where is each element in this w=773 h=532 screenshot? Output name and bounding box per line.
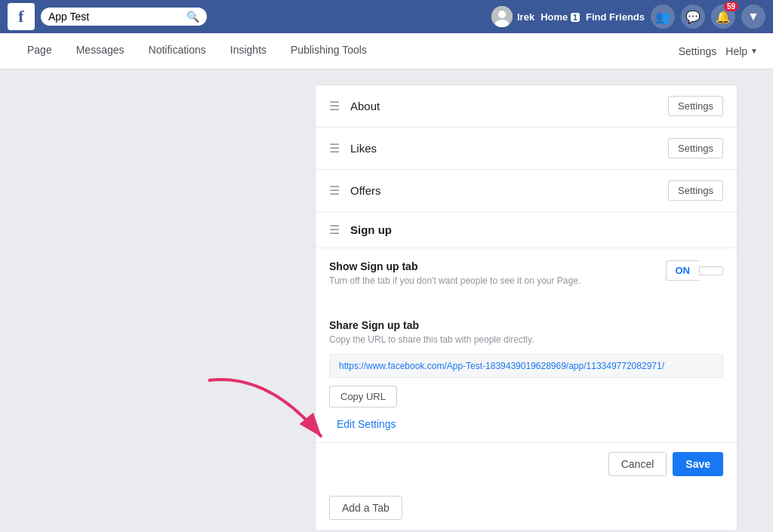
find-friends-link[interactable]: Find Friends: [586, 11, 645, 23]
messenger-icon: 💬: [685, 10, 701, 24]
notification-badge: 59: [724, 2, 738, 11]
search-icon: 🔍: [186, 11, 199, 23]
drag-handle-offers[interactable]: ☰: [329, 183, 340, 198]
notifications-icon-btn[interactable]: 🔔 59: [711, 5, 735, 29]
nav-user[interactable]: Irek: [491, 6, 534, 27]
nav-insights[interactable]: Insights: [218, 33, 279, 69]
share-section: Share Sign up tab Copy the URL to share …: [316, 307, 737, 442]
top-navbar: f 🔍 Irek Home 1 Find Friends 👥 💬: [0, 0, 773, 33]
show-signup-option: Show Sign up tab Turn off the tab if you…: [329, 260, 723, 286]
edit-settings-area: Edit Settings: [329, 418, 723, 430]
tab-row-offers: ☰ Offers Settings: [316, 170, 737, 212]
search-input[interactable]: [48, 11, 183, 23]
tabs-panel: ☰ About Settings ☰ Likes Settings ☰ Offe…: [315, 85, 738, 531]
settings-nav-btn[interactable]: Settings: [679, 45, 717, 57]
drag-handle-likes[interactable]: ☰: [329, 141, 340, 155]
page-nav-right: Settings Help ▼: [679, 45, 758, 57]
show-signup-title: Show Sign up tab: [329, 260, 581, 272]
add-tab-btn[interactable]: Add a Tab: [329, 496, 402, 520]
drag-handle-about[interactable]: ☰: [329, 99, 340, 113]
tab-row-likes: ☰ Likes Settings: [316, 128, 737, 170]
nav-page[interactable]: Page: [15, 33, 64, 69]
main-content: ☰ About Settings ☰ Likes Settings ☰ Offe…: [0, 69, 773, 532]
edit-settings-link[interactable]: Edit Settings: [337, 418, 396, 430]
drag-handle-signup[interactable]: ☰: [329, 223, 340, 237]
people-icon: 👥: [655, 10, 670, 24]
toggle-on-btn[interactable]: ON: [666, 260, 700, 281]
nav-notifications[interactable]: Notifications: [137, 33, 218, 69]
copy-url-btn[interactable]: Copy URL: [329, 386, 397, 407]
tab-likes-label: Likes: [350, 142, 377, 155]
page-navbar: Page Messages Notifications Insights Pub…: [0, 33, 773, 69]
signup-section-header: ☰ Sign up: [316, 212, 737, 248]
show-signup-desc: Turn off the tab if you don't want peopl…: [329, 275, 581, 286]
offers-settings-btn[interactable]: Settings: [668, 180, 723, 201]
save-btn[interactable]: Save: [673, 452, 723, 476]
tab-row-likes-left: ☰ Likes: [329, 141, 377, 155]
menu-icon-btn[interactable]: ▼: [741, 5, 765, 29]
show-signup-text: Show Sign up tab Turn off the tab if you…: [329, 260, 581, 286]
action-buttons-area: Cancel Save: [316, 442, 737, 485]
share-desc: Copy the URL to share this tab with peop…: [329, 334, 723, 345]
chevron-down-icon: ▼: [750, 47, 758, 55]
messenger-icon-btn[interactable]: 💬: [681, 5, 705, 29]
cancel-btn[interactable]: Cancel: [608, 452, 667, 476]
center-panel: ☰ About Settings ☰ Likes Settings ☰ Offe…: [315, 85, 738, 531]
bell-icon: 🔔: [716, 10, 731, 24]
home-link[interactable]: Home 1: [540, 11, 580, 23]
tab-row-about-left: ☰ About: [329, 99, 380, 113]
avatar: [491, 6, 513, 27]
likes-settings-btn[interactable]: Settings: [668, 138, 723, 158]
people-icon-btn[interactable]: 👥: [651, 5, 675, 29]
tab-row-offers-left: ☰ Offers: [329, 183, 381, 198]
top-nav-left: f 🔍: [8, 3, 491, 30]
add-tab-row: Add a Tab: [316, 485, 737, 530]
toggle-off-area[interactable]: [699, 266, 723, 275]
tab-offers-label: Offers: [350, 184, 381, 197]
nav-publishing-tools[interactable]: Publishing Tools: [279, 33, 379, 69]
svg-point-1: [498, 11, 506, 18]
facebook-logo[interactable]: f: [8, 3, 35, 30]
user-name: Irek: [517, 11, 534, 23]
top-nav-right: Irek Home 1 Find Friends 👥 💬 🔔 59 ▼: [491, 5, 765, 29]
tab-row-about: ☰ About Settings: [316, 85, 737, 128]
show-signup-row: Show Sign up tab Turn off the tab if you…: [316, 248, 737, 307]
signup-expanded-content: Show Sign up tab Turn off the tab if you…: [316, 248, 737, 485]
help-nav-btn[interactable]: Help ▼: [725, 45, 758, 57]
menu-icon: ▼: [747, 10, 759, 23]
tab-about-label: About: [350, 100, 380, 112]
page-nav-left: Page Messages Notifications Insights Pub…: [15, 33, 679, 69]
left-sidebar: [15, 85, 294, 531]
toggle-container: ON: [666, 260, 724, 281]
url-display[interactable]: https://www.facebook.com/App-Test-183943…: [329, 354, 723, 378]
about-settings-btn[interactable]: Settings: [668, 96, 723, 116]
signup-section-title: Sign up: [350, 223, 392, 236]
fb-letter: f: [18, 7, 23, 26]
search-bar[interactable]: 🔍: [41, 8, 207, 26]
nav-messages[interactable]: Messages: [64, 33, 137, 69]
share-title: Share Sign up tab: [329, 319, 723, 331]
